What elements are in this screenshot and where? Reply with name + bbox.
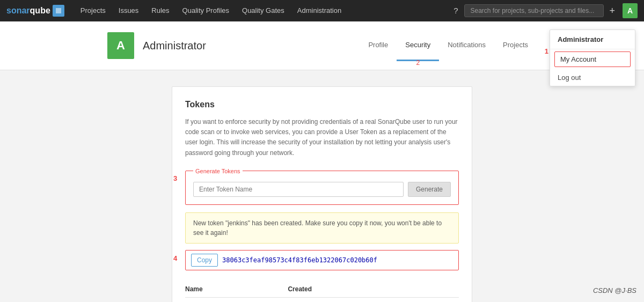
col-header-created: Created [235,281,365,298]
tokens-description: If you want to enforce security by not p… [185,117,459,158]
profile-header: A Administrator Profile Security 2 Notif… [0,21,644,70]
help-button[interactable]: ? [449,0,462,21]
svg-rect-0 [56,8,61,13]
user-dropdown: Administrator My Account Log out [550,30,635,86]
copy-token-row: Copy 38063c3feaf98573c4f83f6eb1322067c02… [185,250,459,270]
logo-cube [53,5,64,17]
generate-tokens-section: Generate Tokens Generate [185,168,459,205]
tokens-title: Tokens [185,100,459,109]
tab-projects[interactable]: Projects [494,30,537,61]
dropdown-username: Administrator [550,30,635,49]
dropdown-my-account[interactable]: My Account [554,51,631,67]
nav-administration[interactable]: Administration [292,0,347,21]
token-actions-cell: Revoke [365,297,459,302]
table-row: jenkins February 15, 2019 Revoke [185,297,459,302]
annotation-1: 1 [545,47,548,55]
nav-projects[interactable]: Projects [75,0,111,21]
logo-text: sonarqube [6,6,50,16]
nav-quality-gates[interactable]: Quality Gates [237,0,290,21]
profile-avatar: A [107,32,134,59]
col-header-name: Name [185,281,235,298]
token-value: 38063c3feaf98573c4f83f6eb1322067c020b60f [222,256,377,264]
top-navigation: sonarqube Projects Issues Rules Quality … [0,0,644,21]
profile-username: Administrator [143,40,206,52]
token-name-cell: jenkins [185,297,235,302]
token-alert: New token "jenkins" has been created. Ma… [185,212,459,244]
tab-security[interactable]: Security [397,30,439,61]
main-content: Tokens If you want to enforce security b… [0,70,644,302]
copy-button[interactable]: Copy [191,254,218,267]
token-created-cell: February 15, 2019 [235,297,365,302]
token-name-input[interactable] [193,182,404,197]
user-avatar-nav[interactable]: A [623,3,638,18]
generate-button[interactable]: Generate [408,182,451,197]
watermark: CSDN @J·BS [593,286,636,294]
annotation-3: 3 [173,174,177,182]
annotation-4: 4 [173,254,177,262]
tokens-table: Name Created jenkins February 15, 2019 R… [185,281,459,302]
nav-rules[interactable]: Rules [146,0,174,21]
tokens-card: Tokens If you want to enforce security b… [172,86,472,302]
profile-tabs: Profile Security 2 Notifications Project… [360,30,537,61]
generate-tokens-legend: Generate Tokens [193,168,243,174]
nav-issues[interactable]: Issues [113,0,144,21]
tab-badge: 2 [416,59,420,67]
add-button[interactable]: + [606,5,618,17]
nav-quality-profiles[interactable]: Quality Profiles [177,0,235,21]
tab-profile[interactable]: Profile [360,30,397,61]
search-input[interactable] [464,4,604,17]
col-header-actions [365,281,459,298]
logo[interactable]: sonarqube [6,5,64,17]
dropdown-logout[interactable]: Log out [550,69,635,86]
tab-notifications[interactable]: Notifications [439,30,494,61]
